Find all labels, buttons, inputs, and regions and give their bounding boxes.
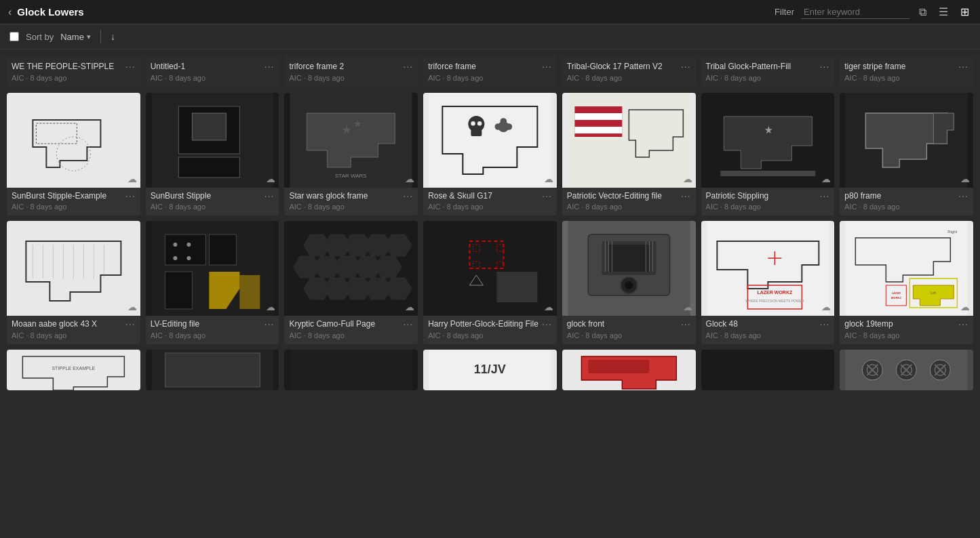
card-lv-editing[interactable]: ☁ LV-Editing file ··· AIC · 8 days ago [146,221,279,344]
svg-rect-13 [471,129,482,136]
card-harry-potter-glock[interactable]: ☁ Harry Potter-Glock-Editing File ··· AI… [423,221,557,344]
card-meta: AIC · 8 days ago [844,74,968,82]
card-tribal-glock-fill[interactable]: Tribal Glock-Pattern-Fill ··· AIC · 8 da… [701,56,835,87]
svg-point-42 [187,243,191,247]
card-menu-icon[interactable]: ··· [681,319,691,329]
card-partial-3[interactable] [284,350,418,390]
card-glock-48[interactable]: LAZER WORKZ WHERE PRECISION MEETS POWER … [701,221,835,344]
card-name: Tribal-Glock 17 Pattern V2 [567,62,678,73]
card-menu-icon[interactable]: ··· [125,319,136,329]
card-menu-icon[interactable]: ··· [264,319,275,329]
header-controls: Filter ⧉ ☰ ⊞ [775,4,972,20]
cloud-sync-icon: ☁ [960,173,970,184]
card-menu-icon[interactable]: ··· [264,62,275,71]
card-meta: AIC · 8 days ago [289,74,413,82]
card-menu-icon[interactable]: ··· [264,191,275,201]
card-menu-icon[interactable]: ··· [820,62,830,71]
sort-select[interactable]: Name ▾ [60,32,91,42]
svg-text:WHERE PRECISION MEETS POWER: WHERE PRECISION MEETS POWER [745,299,804,303]
keyword-input[interactable] [801,5,909,19]
card-thumbnail [840,350,973,390]
top-row-grid: WE THE PEOPLE-STIPPLE ··· AIC · 8 days a… [7,56,973,87]
card-menu-icon[interactable]: ··· [125,62,136,71]
svg-text:LAZER: LAZER [892,291,901,295]
svg-rect-6 [178,157,239,178]
card-name: Rose & Skull G17 [428,191,539,202]
card-partial-1[interactable]: STIPPLE EXAMPLE [7,350,140,390]
card-moaan-glock-43x[interactable]: ☁ Moaan aabe glock 43 X ··· AIC · 8 days… [7,221,140,344]
grid-view-button[interactable]: ⊞ [958,4,972,20]
card-name: Glock 48 [706,319,817,330]
card-partial-4[interactable]: 11/JV [423,350,557,390]
back-button[interactable]: ‹ [8,6,12,18]
card-tribal-glock-v2[interactable]: Tribal-Glock 17 Pattern V2 ··· AIC · 8 d… [562,56,696,87]
card-rose-skull-g17[interactable]: ☁ Rose & Skull G17 ··· AIC · 8 days ago [423,93,557,216]
card-tiger-stripe-frame[interactable]: tiger stripe frame ··· AIC · 8 days ago [840,56,973,87]
card-star-wars-glock-frame[interactable]: STAR WARS ☁ Star wars glock frame ··· AI… [284,93,418,216]
svg-rect-5 [192,113,226,140]
card-thumbnail [701,350,835,390]
cloud-sync-icon: ☁ [544,173,553,184]
svg-text:LAZER WORKZ: LAZER WORKZ [757,290,792,295]
card-we-the-people[interactable]: WE THE PEOPLE-STIPPLE ··· AIC · 8 days a… [7,56,140,87]
cloud-sync-icon: ☁ [821,302,831,312]
svg-rect-72 [608,245,649,272]
card-triforce-frame[interactable]: triforce frame ··· AIC · 8 days ago [423,56,557,87]
card-glock-19temp[interactable]: Right LAZER WORKZ Lsh ☁ glock 19temp [840,221,973,344]
card-menu-icon[interactable]: ··· [403,62,413,71]
card-menu-icon[interactable]: ··· [542,319,552,329]
card-name: triforce frame [428,62,539,73]
card-thumbnail: Right LAZER WORKZ Lsh ☁ [840,221,973,316]
card-sunburst-stipple-example[interactable]: ☁ SunBurst Stipple-Example ··· AIC · 8 d… [7,93,140,216]
card-menu-icon[interactable]: ··· [820,319,830,329]
svg-rect-23 [574,127,622,133]
card-partial-5[interactable] [562,350,696,390]
card-partial-2[interactable] [146,350,279,390]
sort-direction-button[interactable]: ↓ [111,31,115,42]
card-name: Patriotic Vector-Editing file [567,191,678,202]
svg-rect-0 [12,93,134,188]
svg-text:STIPPLE EXAMPLE: STIPPLE EXAMPLE [52,366,95,371]
card-menu-icon[interactable]: ··· [681,62,691,71]
list-view-button[interactable]: ☰ [936,4,951,20]
card-name: glock 19temp [844,319,956,330]
card-menu-icon[interactable]: ··· [958,62,968,71]
card-menu-icon[interactable]: ··· [681,191,691,201]
card-thumbnail: ☁ [284,221,418,316]
cloud-sync-icon: ☁ [128,173,137,184]
svg-point-19 [506,123,513,130]
card-menu-icon[interactable]: ··· [820,191,830,201]
card-name: WE THE PEOPLE-STIPPLE [12,62,123,73]
header: ‹ Glock Lowers Filter ⧉ ☰ ⊞ [0,0,980,24]
card-menu-icon[interactable]: ··· [403,191,413,201]
card-menu-icon[interactable]: ··· [542,62,552,71]
card-menu-icon[interactable]: ··· [542,191,552,201]
card-triforce-frame-2[interactable]: triforce frame 2 ··· AIC · 8 days ago [284,56,418,87]
svg-text:Lsh: Lsh [931,291,937,295]
svg-point-17 [501,118,507,125]
card-sunburst-stipple[interactable]: ☁ SunBurst Stipple ··· AIC · 8 days ago [146,93,279,216]
card-meta: AIC · 8 days ago [567,331,622,339]
card-menu-icon[interactable]: ··· [403,319,413,329]
card-thumbnail: ☁ [562,221,696,316]
card-meta: AIC · 8 days ago [428,74,552,82]
layers-icon-button[interactable]: ⧉ [916,5,929,20]
card-menu-icon[interactable]: ··· [958,319,968,329]
card-partial-6[interactable] [701,350,835,390]
card-name: Star wars glock frame [289,191,400,202]
card-patriotic-stippling[interactable]: ☁ Patriotic Stippling ··· AIC · 8 days a… [701,93,835,216]
card-p80-frame[interactable]: ☁ p80 frame ··· AIC · 8 days ago [840,93,973,216]
card-menu-icon[interactable]: ··· [125,191,136,201]
card-partial-7[interactable] [840,350,973,390]
card-meta: AIC · 8 days ago [428,203,483,211]
card-thumbnail: STIPPLE EXAMPLE [7,350,140,390]
svg-text:STAR WARS: STAR WARS [335,173,367,179]
card-kryptic-camo[interactable]: ☁ Kryptic Camo-Full Page ··· AIC · 8 day… [284,221,418,344]
card-glock-front[interactable]: ☁ glock front ··· AIC · 8 days ago [562,221,696,344]
card-untitled-1[interactable]: Untitled-1 ··· AIC · 8 days ago [146,56,279,87]
card-patriotic-vector[interactable]: ☁ Patriotic Vector-Editing file ··· AIC … [562,93,696,216]
select-all-checkbox[interactable] [9,32,19,41]
card-thumbnail: ☁ [146,93,279,188]
card-menu-icon[interactable]: ··· [958,191,968,201]
svg-rect-102 [707,350,829,390]
